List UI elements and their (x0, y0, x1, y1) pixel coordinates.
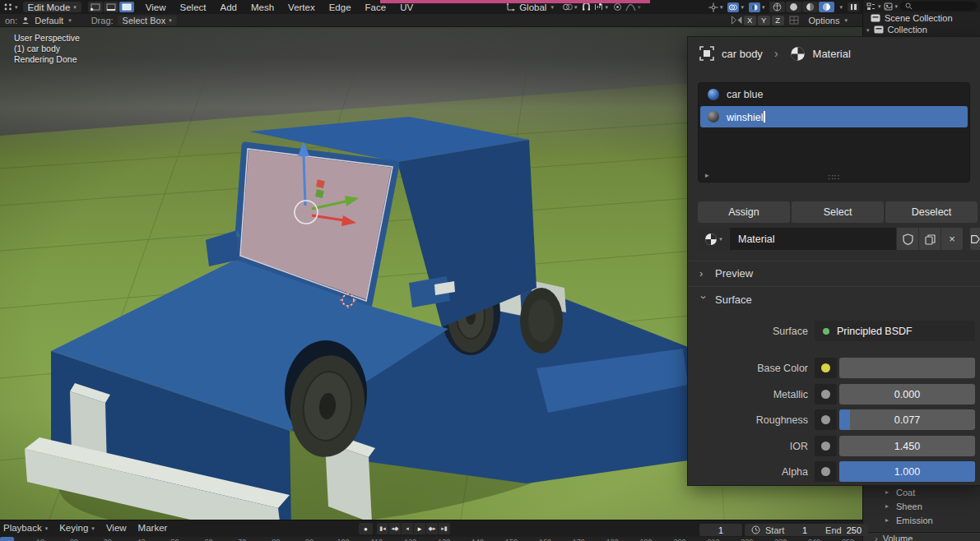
section-volume[interactable]: › Volume (863, 532, 980, 541)
alpha-socket[interactable] (815, 461, 837, 482)
shading-options-caret[interactable]: ▾ (839, 4, 843, 10)
panel-edge-button[interactable] (970, 228, 980, 250)
menu-edge[interactable]: Edge (329, 2, 351, 12)
snap-dropdown[interactable]: ▾ (582, 2, 608, 12)
surface-section-header[interactable]: › Surface (688, 286, 980, 312)
start-frame-field[interactable]: 1 (802, 525, 807, 535)
shading-material-button[interactable] (802, 2, 818, 12)
section-coat[interactable]: ▸ Coat (863, 485, 980, 499)
slot-list-expander-icon[interactable]: ▸ (705, 171, 709, 179)
pivot-point-dropdown[interactable]: ▾ (562, 2, 578, 12)
proportional-falloff-dropdown[interactable]: ▾ (625, 3, 641, 12)
keying-menu[interactable]: Keying▾ (59, 523, 95, 533)
filter-icon[interactable] (866, 2, 875, 11)
base-color-socket[interactable] (815, 358, 837, 378)
view-menu[interactable]: View (106, 523, 127, 533)
material-slot[interactable]: car blue (700, 84, 968, 105)
proportional-editing-button[interactable] (613, 2, 622, 12)
shading-rendered-button[interactable] (819, 2, 834, 12)
resize-grip-icon[interactable]: ∷∷ (828, 173, 840, 182)
menu-view[interactable]: View (146, 2, 166, 12)
menu-add[interactable]: Add (221, 2, 237, 12)
alpha-slider[interactable]: 1.000 (839, 461, 975, 482)
ior-socket[interactable] (815, 436, 837, 456)
play-reverse-button[interactable]: ◂ (402, 523, 413, 534)
next-keyframe-button[interactable]: ◆▸ (426, 523, 438, 534)
assign-button[interactable]: Assign (698, 201, 790, 223)
section-emission[interactable]: ▸ Emission (863, 513, 980, 527)
playback-menu[interactable]: Playback▾ (3, 523, 48, 533)
drag-tool-dropdown[interactable]: Select Box ▾ (118, 16, 177, 25)
caret-icon: ▾ (762, 4, 765, 10)
overlays-dropdown[interactable]: ▾ (727, 2, 744, 12)
menu-uv[interactable]: UV (400, 2, 413, 12)
pause-button[interactable] (848, 2, 859, 12)
base-color-swatch[interactable] (839, 358, 975, 378)
end-frame-field[interactable]: 250 (847, 525, 862, 535)
outliner-collection-row[interactable]: ▾ Collection (863, 24, 980, 35)
breadcrumb-datablock[interactable]: Material (813, 48, 851, 60)
tool-preset-dropdown[interactable]: Default ▾ (21, 16, 71, 25)
caret-icon: ▾ (605, 4, 608, 10)
caret-icon: ▾ (878, 3, 881, 9)
breadcrumb-object[interactable]: car body (722, 48, 763, 60)
editor-type-button[interactable]: ▾ (3, 2, 18, 12)
vertex-select-button[interactable] (88, 2, 103, 12)
menu-select[interactable]: Select (180, 2, 207, 12)
options-dropdown[interactable]: Options ▾ (809, 16, 848, 25)
current-frame-field[interactable]: 1 (699, 524, 742, 536)
mirror-x-button[interactable]: X (744, 16, 756, 25)
material-name-field[interactable]: Material (730, 228, 896, 250)
gizmo-y-plane-handle[interactable] (315, 189, 324, 198)
select-button[interactable]: Select (792, 201, 884, 223)
slot-name-editing[interactable]: winshiel (727, 111, 765, 123)
outliner-search-input[interactable] (900, 2, 977, 11)
section-sheen[interactable]: ▸ Sheen (863, 499, 980, 513)
show-gizmo-dropdown[interactable]: ▾ (708, 2, 723, 12)
timeline-ruler[interactable]: 1020304050607080901001101201301401501601… (0, 537, 862, 541)
preview-section-header[interactable]: › Preview (688, 261, 980, 285)
caret-icon: ▾ (741, 4, 744, 10)
ior-value: 1.450 (894, 441, 920, 452)
display-mode-icon[interactable] (884, 2, 893, 11)
deselect-button[interactable]: Deselect (885, 201, 978, 223)
material-slot-selected[interactable]: winshiel (700, 106, 968, 127)
gizmo-z-axis[interactable] (304, 155, 305, 206)
play-button[interactable]: ▸ (414, 523, 425, 534)
shading-wireframe-button[interactable] (769, 2, 785, 12)
browse-material-dropdown[interactable]: ▾ (698, 228, 729, 250)
menu-face[interactable]: Face (365, 2, 387, 12)
transform-orientation-dropdown[interactable]: Global ▾ (505, 2, 554, 12)
gizmo-x-plane-handle[interactable] (316, 179, 325, 188)
face-select-button[interactable] (119, 2, 134, 12)
viewport-overlay-text: User Perspective (1) car body Rendering … (14, 33, 80, 65)
menu-mesh[interactable]: Mesh (251, 2, 274, 12)
jump-to-end-button[interactable]: ▸▮ (439, 523, 450, 534)
fake-user-button[interactable] (897, 228, 918, 250)
roughness-slider[interactable]: 0.077 (839, 409, 975, 430)
mirror-y-button[interactable]: Y (758, 16, 770, 25)
ruler-tick: 80 (272, 538, 280, 541)
surface-shader-field[interactable]: Principled BSDF (815, 321, 975, 341)
edge-select-button[interactable] (104, 2, 118, 12)
expand-caret-icon[interactable]: ▾ (866, 27, 870, 33)
mirror-z-button[interactable]: Z (772, 16, 784, 25)
jump-to-start-button[interactable]: ▮◂ (377, 523, 388, 534)
shading-solid-button[interactable] (786, 2, 801, 12)
prev-keyframe-button[interactable]: ◂◆ (389, 523, 401, 534)
transport-controls: ● ▮◂ ◂◆ ◂ ▸ ◆▸ ▸▮ (359, 523, 450, 534)
mode-dropdown[interactable]: Edit Mode ▾ (23, 2, 81, 12)
metallic-socket[interactable] (815, 384, 837, 405)
outliner-scene-collection-row[interactable]: Scene Collection (863, 12, 980, 24)
ruler-tick: 10 (36, 538, 44, 541)
marker-menu[interactable]: Marker (138, 523, 168, 533)
new-material-button[interactable] (919, 228, 941, 250)
xray-toggle-dropdown[interactable]: ▾ (749, 2, 765, 12)
playhead[interactable] (0, 537, 14, 541)
roughness-socket[interactable] (815, 409, 837, 430)
unlink-material-button[interactable]: × (941, 228, 963, 250)
menu-vertex[interactable]: Vertex (288, 2, 315, 12)
record-button[interactable]: ● (359, 523, 373, 534)
ior-slider[interactable]: 1.450 (839, 436, 975, 456)
metallic-slider[interactable]: 0.000 (839, 384, 975, 405)
